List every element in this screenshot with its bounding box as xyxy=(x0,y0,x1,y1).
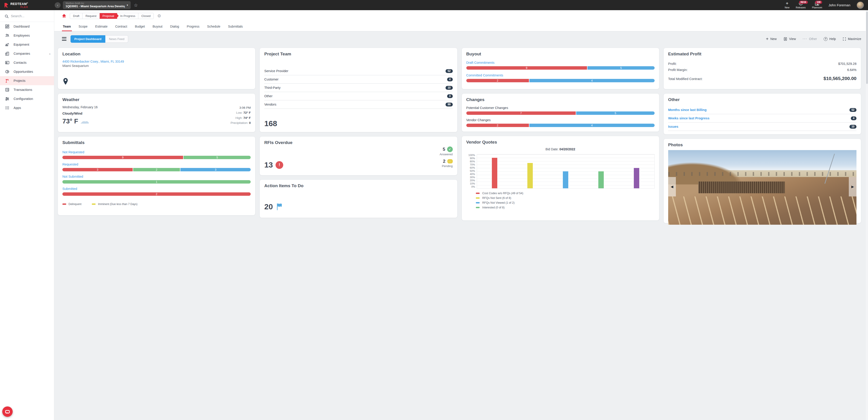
status-tab-proposal[interactable]: Proposal xyxy=(100,13,117,19)
card-title: Weather xyxy=(62,97,251,102)
sidebar-item-configuration[interactable]: Configuration xyxy=(0,94,54,103)
gear-icon[interactable]: ⚙ xyxy=(157,13,161,19)
chevron-down-icon: ▼ xyxy=(126,4,128,6)
bar-segment: 5 xyxy=(184,156,251,159)
redteam-r-icon xyxy=(4,2,9,8)
dashboard-cards: Location 4400 Rickenbacker Cswy., Miami,… xyxy=(54,48,434,210)
project-selector-dropdown[interactable]: Warthon-Smith Inc 1QE0001 - Miami Seaqua… xyxy=(63,1,131,9)
card-title: Action Items To Do xyxy=(264,183,434,188)
weather-date: Wednesday, February 16 xyxy=(62,106,98,109)
bar-segment: 2 xyxy=(133,168,180,171)
app-header: REDTEAM® FLEX ‹ Warthon-Smith Inc 1QE000… xyxy=(0,0,434,10)
sidebar-item-employees[interactable]: Employees xyxy=(0,31,54,40)
location-address-link[interactable]: 4400 Rickenbacker Cswy., Miami, FL 33149 xyxy=(62,60,124,63)
team-row[interactable]: Service Provider 52 xyxy=(264,67,434,75)
calculator-icon xyxy=(5,88,9,92)
favorite-star-icon[interactable]: ☆ xyxy=(134,2,138,8)
tab-schedule[interactable]: Schedule xyxy=(207,22,220,31)
status-tab-in-progress[interactable]: In Progress xyxy=(117,13,138,19)
tab-dialog[interactable]: Dialog xyxy=(170,22,179,31)
menu-icon[interactable] xyxy=(62,37,66,41)
excavator-icon xyxy=(5,42,9,47)
action-items-count: 20 xyxy=(264,202,273,210)
brand-text: REDTEAM® FLEX xyxy=(10,2,28,8)
search-icon xyxy=(5,15,8,18)
sidebar-item-dashboard[interactable]: Dashboard xyxy=(0,22,54,31)
team-row[interactable]: Vendors 99 xyxy=(264,100,434,109)
flag-icon xyxy=(276,203,283,210)
crane-icon xyxy=(5,79,9,83)
sidebar-item-projects[interactable]: Projects xyxy=(0,76,54,85)
tab-buyout[interactable]: Buyout xyxy=(153,22,162,31)
tab-team[interactable]: Team xyxy=(63,22,71,31)
collapse-project-button[interactable]: ‹ xyxy=(55,2,61,8)
tab-scope[interactable]: Scope xyxy=(79,22,88,31)
sidebar-item-apps[interactable]: Apps xyxy=(0,103,54,112)
project-section-tabs: Team Scope Estimate Contract Budget Buyo… xyxy=(54,22,434,31)
alert-exclamation-icon: ! xyxy=(276,161,283,169)
sidebar-item-transactions[interactable]: Transactions xyxy=(0,85,54,94)
sidebar-search[interactable] xyxy=(0,10,54,22)
stacked-bar: 2 xyxy=(62,192,251,196)
project-team-card: Project Team Service Provider 52 Custome… xyxy=(259,48,434,132)
submittals-group: Requested 3 2 3 xyxy=(62,162,251,171)
card-title: Location xyxy=(62,52,251,57)
brand-reg: ® xyxy=(27,2,28,4)
contact-card-icon xyxy=(5,60,9,65)
pie-circle-icon xyxy=(5,69,9,74)
tab-budget[interactable]: Budget xyxy=(135,22,145,31)
sidebar-item-companies[interactable]: Companies › xyxy=(0,49,54,58)
company-name: Warthon-Smith Inc xyxy=(66,2,125,4)
legend-swatch-red xyxy=(62,204,66,205)
submittals-submitted-link[interactable]: Submitted xyxy=(62,187,77,190)
tab-submittals[interactable]: Submittals xyxy=(228,22,243,31)
cards-column-1: Location 4400 Rickenbacker Cswy., Miami,… xyxy=(58,48,255,210)
team-row[interactable]: Customer 4 xyxy=(264,75,434,84)
location-card: Location 4400 Rickenbacker Cswy., Miami,… xyxy=(58,48,255,89)
card-title: Submittals xyxy=(62,140,251,145)
toggle-news-feed[interactable]: News Feed xyxy=(105,35,128,43)
weather-left: Wednesday, February 16 Cloudy/Wind 73° F… xyxy=(62,106,98,125)
submittals-group: Submitted 2 xyxy=(62,187,251,196)
stacked-bar: 9 5 xyxy=(62,156,251,159)
submittals-requested-link[interactable]: Requested xyxy=(62,162,78,166)
team-row[interactable]: Other 3 xyxy=(264,92,434,100)
status-tab-draft[interactable]: Draft xyxy=(70,13,83,19)
submittals-not-requested-link[interactable]: Not Requested xyxy=(62,150,84,154)
sidebar-item-opportunities[interactable]: Opportunities xyxy=(0,67,54,76)
sidebar-item-contacts[interactable]: Contacts xyxy=(0,58,54,67)
status-tab-closed[interactable]: Closed xyxy=(138,13,153,19)
weather-precip: 0 xyxy=(249,121,251,125)
status-tab-request[interactable]: Request xyxy=(83,13,99,19)
weather-low: 72° F xyxy=(243,111,251,114)
bar-segment: 3 xyxy=(180,168,251,171)
submittals-not-submitted-link[interactable]: Not Submitted xyxy=(62,175,83,178)
workflow-status-bar: Draft Request Proposal In Progress Close… xyxy=(54,10,434,22)
map-pin-icon[interactable] xyxy=(63,78,68,85)
bar-segment: 2 xyxy=(62,192,251,196)
toggle-project-dashboard[interactable]: Project Dashboard xyxy=(70,35,105,43)
search-input[interactable] xyxy=(11,14,45,18)
bar-segment: 1 xyxy=(62,180,251,184)
tab-contract[interactable]: Contract xyxy=(115,22,127,31)
rfis-count: 13 xyxy=(264,160,273,169)
brand-logo[interactable]: REDTEAM® FLEX xyxy=(0,2,54,8)
chevron-left-icon: ‹ xyxy=(57,3,58,7)
card-title: Project Team xyxy=(264,52,434,57)
tab-progress[interactable]: Progress xyxy=(187,22,199,31)
brand-name: REDTEAM xyxy=(10,2,27,6)
view-toggle: Project Dashboard News Feed xyxy=(70,35,128,43)
sidebar-item-equipment[interactable]: Equipment xyxy=(0,40,54,49)
building-icon xyxy=(5,51,9,56)
tab-estimate[interactable]: Estimate xyxy=(95,22,107,31)
card-title: RFIs Overdue xyxy=(264,140,434,145)
team-total: 168 xyxy=(264,119,277,128)
chevron-right-icon: › xyxy=(49,52,51,56)
submittals-group: Not Requested 9 5 xyxy=(62,150,251,159)
apps-grid-icon xyxy=(5,106,9,110)
active-tab-arrow xyxy=(117,14,119,18)
sliders-icon xyxy=(5,96,9,101)
home-icon[interactable] xyxy=(62,14,66,18)
team-row[interactable]: Third-Party 10 xyxy=(264,84,434,92)
stacked-bar: 3 2 3 xyxy=(62,168,251,171)
